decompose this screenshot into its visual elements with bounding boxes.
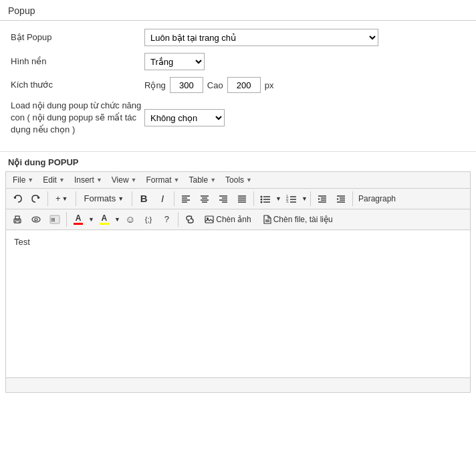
load-label: Load nội dung poup từ chức năngcon ( nội… [11, 100, 144, 136]
menu-format[interactable]: Format ▼ [142, 173, 184, 187]
view-arrow-icon: ▼ [131, 177, 137, 183]
hinh-nen-row: Hình nền Trắng Xám Tối [11, 53, 465, 70]
formats-button[interactable]: Formats ▼ [79, 191, 130, 205]
bg-color-button[interactable]: A [96, 211, 113, 227]
editor-menubar: File ▼ Edit ▼ Insert ▼ View ▼ Format ▼ T… [6, 172, 470, 189]
bg-color-indicator: A [100, 214, 109, 225]
separator-4 [174, 191, 174, 206]
svg-text:⊞: ⊞ [51, 217, 55, 223]
italic-button[interactable]: I [154, 191, 171, 207]
menu-insert[interactable]: Insert ▼ [70, 173, 106, 187]
section-title: Popup [0, 0, 476, 21]
emoji-button[interactable]: ☺ [122, 211, 139, 227]
svg-marker-39 [337, 198, 339, 200]
svg-point-48 [207, 217, 209, 219]
editor-container: File ▼ Edit ▼ Insert ▼ View ▼ Format ▼ T… [5, 171, 471, 393]
noidung-title: Nội dung POPUP [0, 152, 476, 171]
size-row: Rộng Cao px [144, 77, 273, 93]
undo-button[interactable] [9, 191, 26, 207]
editor-toolbar-row1: + ▼ Formats ▼ B I [6, 189, 470, 209]
help-button[interactable]: ? [158, 211, 175, 227]
editor-content-area[interactable]: Test [6, 230, 470, 377]
insert-file-button[interactable]: Chèn file, tài liệu [257, 213, 338, 226]
bat-popup-row: Bật Popup Luôn bật tại trang chủ Không b… [11, 29, 465, 46]
load-select[interactable]: Không chọn [144, 109, 225, 126]
svg-point-22 [261, 201, 263, 203]
form-section: Bật Popup Luôn bật tại trang chủ Không b… [0, 21, 476, 152]
editor-toolbar-row2: ⊞ A ▼ A ▼ ☺ [6, 209, 470, 230]
separator-8 [66, 212, 67, 227]
emoji-icon: ☺ [125, 213, 135, 225]
separator-6 [310, 191, 311, 206]
rong-label: Rộng [144, 80, 166, 90]
align-center-button[interactable] [196, 191, 213, 207]
separator-1 [47, 191, 48, 206]
svg-point-20 [261, 198, 263, 200]
source-button[interactable]: ⊞ [46, 211, 64, 227]
preview-button[interactable] [27, 211, 45, 227]
separator-7 [352, 191, 353, 206]
px-label: px [265, 80, 274, 90]
load-noidung-row: Load nội dung poup từ chức năngcon ( nội… [11, 100, 465, 136]
bg-color-arrow-icon[interactable]: ▼ [114, 216, 120, 223]
svg-point-18 [261, 195, 263, 197]
align-right-button[interactable] [215, 191, 232, 207]
ul-list-arrow-icon[interactable]: ▼ [275, 195, 281, 202]
format-arrow-icon: ▼ [174, 177, 180, 183]
bold-button[interactable]: B [135, 191, 152, 207]
text-color-indicator: A [74, 214, 83, 225]
svg-point-43 [32, 217, 40, 222]
separator-3 [132, 191, 132, 206]
svg-text:3.: 3. [286, 199, 289, 203]
insert-arrow-icon: ▼ [96, 177, 102, 183]
ol-list-button[interactable]: 1.2.3. [283, 191, 300, 207]
separator-2 [76, 191, 76, 206]
menu-view[interactable]: View ▼ [108, 173, 141, 187]
outdent-button[interactable] [314, 191, 331, 207]
file-arrow-icon: ▼ [27, 177, 33, 183]
menu-file[interactable]: File ▼ [9, 173, 37, 187]
hinh-nen-label: Hình nền [11, 56, 144, 68]
hinh-nen-select[interactable]: Trắng Xám Tối [144, 53, 205, 70]
print-button[interactable] [9, 211, 26, 227]
rong-input[interactable] [170, 77, 203, 93]
redo-button[interactable] [27, 191, 45, 207]
cao-input[interactable] [227, 77, 261, 93]
paragraph-label: Paragraph [356, 194, 398, 203]
svg-marker-34 [318, 198, 320, 200]
align-justify-button[interactable] [233, 191, 251, 207]
kich-thuoc-label: Kích thước [11, 79, 144, 91]
bat-popup-label: Bật Popup [11, 31, 144, 43]
menu-table[interactable]: Table ▼ [185, 173, 220, 187]
ol-list-arrow-icon[interactable]: ▼ [302, 195, 308, 202]
link-button[interactable] [181, 211, 199, 227]
code-button[interactable]: {;} [140, 211, 156, 227]
table-arrow-icon: ▼ [210, 177, 216, 183]
menu-edit[interactable]: Edit ▼ [39, 173, 69, 187]
page-container: Popup Bật Popup Luôn bật tại trang chủ K… [0, 0, 476, 455]
svg-rect-42 [15, 221, 19, 223]
formats-arrow-icon: ▼ [118, 195, 124, 202]
insert-plus-button[interactable]: + ▼ [51, 191, 73, 207]
insert-image-button[interactable]: Chèn ảnh [200, 213, 255, 226]
tools-arrow-icon: ▼ [246, 177, 252, 183]
insert-plus-arrow-icon: ▼ [62, 195, 68, 202]
ul-list-button[interactable] [257, 191, 274, 207]
editor-statusbar [6, 377, 470, 392]
separator-5 [253, 191, 254, 206]
menu-tools[interactable]: Tools ▼ [221, 173, 256, 187]
separator-9 [178, 212, 178, 227]
indent-button[interactable] [332, 191, 350, 207]
kich-thuoc-row: Kích thước Rộng Cao px [11, 77, 465, 93]
edit-arrow-icon: ▼ [59, 177, 65, 183]
align-left-button[interactable] [177, 191, 195, 207]
text-color-arrow-icon[interactable]: ▼ [88, 216, 94, 223]
text-color-button[interactable]: A [70, 211, 87, 227]
svg-rect-47 [205, 216, 213, 223]
bat-popup-select[interactable]: Luôn bật tại trang chủ Không bật [144, 29, 378, 46]
cao-label: Cao [207, 80, 223, 90]
svg-point-44 [35, 218, 37, 221]
